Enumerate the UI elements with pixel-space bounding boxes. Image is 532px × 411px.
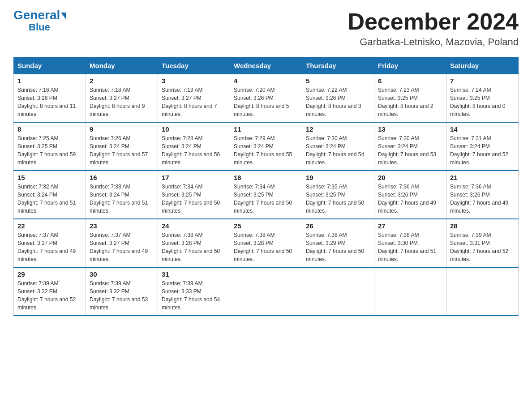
day-number: 23	[90, 222, 154, 230]
day-info: Sunrise: 7:29 AMSunset: 3:24 PMDaylight:…	[234, 134, 298, 167]
day-info: Sunrise: 7:19 AMSunset: 3:27 PMDaylight:…	[162, 86, 226, 118]
day-cell-14: 14 Sunrise: 7:31 AMSunset: 3:24 PMDaylig…	[446, 122, 519, 171]
day-number: 12	[306, 125, 370, 133]
day-info: Sunrise: 7:25 AMSunset: 3:25 PMDaylight:…	[17, 134, 82, 167]
day-cell-6: 6 Sunrise: 7:23 AMSunset: 3:25 PMDayligh…	[374, 74, 446, 123]
day-info: Sunrise: 7:31 AMSunset: 3:24 PMDaylight:…	[450, 134, 515, 167]
day-number: 27	[378, 222, 442, 230]
day-cell-5: 5 Sunrise: 7:22 AMSunset: 3:26 PMDayligh…	[302, 74, 374, 123]
day-cell-13: 13 Sunrise: 7:30 AMSunset: 3:24 PMDaylig…	[374, 122, 446, 171]
header-day-saturday: Saturday	[446, 57, 519, 74]
day-info: Sunrise: 7:30 AMSunset: 3:24 PMDaylight:…	[378, 134, 442, 167]
day-number: 9	[90, 125, 154, 133]
week-row-2: 8 Sunrise: 7:25 AMSunset: 3:25 PMDayligh…	[14, 122, 519, 171]
day-number: 11	[234, 125, 298, 133]
day-cell-21: 21 Sunrise: 7:36 AMSunset: 3:26 PMDaylig…	[446, 171, 519, 219]
day-number: 28	[450, 222, 515, 230]
day-info: Sunrise: 7:26 AMSunset: 3:24 PMDaylight:…	[90, 134, 154, 167]
day-cell-29: 29 Sunrise: 7:39 AMSunset: 3:32 PMDaylig…	[14, 267, 86, 316]
day-cell-23: 23 Sunrise: 7:37 AMSunset: 3:27 PMDaylig…	[86, 219, 158, 267]
day-info: Sunrise: 7:34 AMSunset: 3:25 PMDaylight:…	[162, 183, 226, 215]
day-number: 13	[378, 125, 442, 133]
day-number: 2	[90, 77, 154, 85]
day-cell-31: 31 Sunrise: 7:39 AMSunset: 3:33 PMDaylig…	[158, 267, 230, 316]
day-number: 24	[162, 222, 226, 230]
page-header: General Blue December 2024 Garbatka-Letn…	[13, 9, 519, 48]
day-info: Sunrise: 7:20 AMSunset: 3:26 PMDaylight:…	[234, 86, 298, 118]
day-info: Sunrise: 7:23 AMSunset: 3:25 PMDaylight:…	[378, 86, 442, 118]
day-info: Sunrise: 7:24 AMSunset: 3:25 PMDaylight:…	[450, 86, 515, 118]
day-info: Sunrise: 7:33 AMSunset: 3:24 PMDaylight:…	[90, 183, 154, 215]
empty-cell	[446, 267, 519, 316]
day-cell-9: 9 Sunrise: 7:26 AMSunset: 3:24 PMDayligh…	[86, 122, 158, 171]
day-number: 31	[162, 270, 226, 278]
day-cell-28: 28 Sunrise: 7:39 AMSunset: 3:31 PMDaylig…	[446, 219, 519, 267]
day-number: 18	[234, 174, 298, 181]
header-day-wednesday: Wednesday	[230, 57, 302, 74]
day-cell-12: 12 Sunrise: 7:30 AMSunset: 3:24 PMDaylig…	[302, 122, 374, 171]
logo-blue-text: Blue	[29, 21, 50, 33]
day-number: 29	[17, 270, 82, 278]
day-cell-22: 22 Sunrise: 7:37 AMSunset: 3:27 PMDaylig…	[14, 219, 86, 267]
header-day-sunday: Sunday	[14, 57, 86, 74]
day-cell-7: 7 Sunrise: 7:24 AMSunset: 3:25 PMDayligh…	[446, 74, 519, 123]
day-info: Sunrise: 7:18 AMSunset: 3:27 PMDaylight:…	[90, 86, 154, 118]
day-number: 6	[378, 77, 442, 85]
day-info: Sunrise: 7:37 AMSunset: 3:27 PMDaylight:…	[90, 231, 154, 263]
day-number: 22	[17, 222, 82, 230]
day-cell-16: 16 Sunrise: 7:33 AMSunset: 3:24 PMDaylig…	[86, 171, 158, 219]
day-info: Sunrise: 7:36 AMSunset: 3:26 PMDaylight:…	[450, 183, 515, 215]
logo-general: General	[13, 9, 66, 21]
day-number: 10	[162, 125, 226, 133]
day-info: Sunrise: 7:30 AMSunset: 3:24 PMDaylight:…	[306, 134, 370, 167]
calendar-table: SundayMondayTuesdayWednesdayThursdayFrid…	[13, 57, 519, 316]
day-number: 7	[450, 77, 515, 85]
day-number: 16	[90, 174, 154, 181]
day-cell-8: 8 Sunrise: 7:25 AMSunset: 3:25 PMDayligh…	[14, 122, 86, 171]
day-number: 8	[17, 125, 82, 133]
day-number: 17	[162, 174, 226, 181]
empty-cell	[374, 267, 446, 316]
day-cell-11: 11 Sunrise: 7:29 AMSunset: 3:24 PMDaylig…	[230, 122, 302, 171]
day-cell-15: 15 Sunrise: 7:32 AMSunset: 3:24 PMDaylig…	[14, 171, 86, 219]
day-info: Sunrise: 7:37 AMSunset: 3:27 PMDaylight:…	[17, 231, 82, 263]
header-day-tuesday: Tuesday	[158, 57, 230, 74]
day-cell-4: 4 Sunrise: 7:20 AMSunset: 3:26 PMDayligh…	[230, 74, 302, 123]
day-number: 20	[378, 174, 442, 181]
calendar-body: 1 Sunrise: 7:16 AMSunset: 3:28 PMDayligh…	[14, 74, 519, 316]
day-cell-18: 18 Sunrise: 7:34 AMSunset: 3:25 PMDaylig…	[230, 171, 302, 219]
header-day-friday: Friday	[374, 57, 446, 74]
day-info: Sunrise: 7:28 AMSunset: 3:24 PMDaylight:…	[162, 134, 226, 167]
day-info: Sunrise: 7:39 AMSunset: 3:32 PMDaylight:…	[90, 279, 154, 312]
day-info: Sunrise: 7:38 AMSunset: 3:29 PMDaylight:…	[306, 231, 370, 263]
day-number: 15	[17, 174, 82, 181]
day-cell-3: 3 Sunrise: 7:19 AMSunset: 3:27 PMDayligh…	[158, 74, 230, 123]
location-title: Garbatka-Letnisko, Mazovia, Poland	[348, 36, 519, 48]
day-info: Sunrise: 7:39 AMSunset: 3:33 PMDaylight:…	[162, 279, 226, 312]
day-cell-26: 26 Sunrise: 7:38 AMSunset: 3:29 PMDaylig…	[302, 219, 374, 267]
day-cell-1: 1 Sunrise: 7:16 AMSunset: 3:28 PMDayligh…	[14, 74, 86, 123]
day-info: Sunrise: 7:32 AMSunset: 3:24 PMDaylight:…	[17, 183, 82, 215]
day-info: Sunrise: 7:38 AMSunset: 3:28 PMDaylight:…	[234, 231, 298, 263]
day-cell-19: 19 Sunrise: 7:35 AMSunset: 3:25 PMDaylig…	[302, 171, 374, 219]
header-day-thursday: Thursday	[302, 57, 374, 74]
day-cell-20: 20 Sunrise: 7:36 AMSunset: 3:26 PMDaylig…	[374, 171, 446, 219]
day-cell-27: 27 Sunrise: 7:38 AMSunset: 3:30 PMDaylig…	[374, 219, 446, 267]
day-number: 3	[162, 77, 226, 85]
day-number: 14	[450, 125, 515, 133]
logo: General Blue	[13, 9, 66, 33]
month-title: December 2024	[348, 9, 519, 34]
day-info: Sunrise: 7:34 AMSunset: 3:25 PMDaylight:…	[234, 183, 298, 215]
day-cell-17: 17 Sunrise: 7:34 AMSunset: 3:25 PMDaylig…	[158, 171, 230, 219]
calendar-header: SundayMondayTuesdayWednesdayThursdayFrid…	[14, 57, 519, 74]
day-number: 25	[234, 222, 298, 230]
day-cell-24: 24 Sunrise: 7:38 AMSunset: 3:28 PMDaylig…	[158, 219, 230, 267]
day-info: Sunrise: 7:36 AMSunset: 3:26 PMDaylight:…	[378, 183, 442, 215]
day-info: Sunrise: 7:38 AMSunset: 3:28 PMDaylight:…	[162, 231, 226, 263]
week-row-1: 1 Sunrise: 7:16 AMSunset: 3:28 PMDayligh…	[14, 74, 519, 123]
day-number: 19	[306, 174, 370, 181]
day-info: Sunrise: 7:16 AMSunset: 3:28 PMDaylight:…	[17, 86, 82, 118]
day-info: Sunrise: 7:22 AMSunset: 3:26 PMDaylight:…	[306, 86, 370, 118]
day-number: 30	[90, 270, 154, 278]
day-number: 21	[450, 174, 515, 181]
